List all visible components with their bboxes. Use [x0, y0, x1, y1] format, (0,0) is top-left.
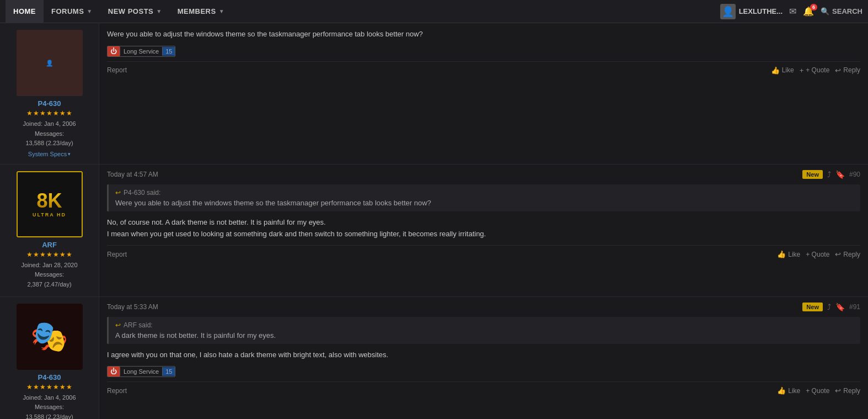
- search-icon: 🔍: [821, 7, 829, 15]
- post-timestamp: Today at 4:57 AM: [107, 171, 158, 178]
- avatar: 8K ULTRA HD: [17, 171, 83, 237]
- username[interactable]: ARF: [42, 241, 57, 249]
- post-number: #90: [849, 171, 860, 178]
- avatar-8k-text: 8K: [36, 191, 62, 211]
- post-header: Today at 4:57 AM New ⤴ 🔖 #90: [107, 170, 860, 179]
- user-stars: ★★★★★★★: [26, 251, 73, 258]
- share-icon[interactable]: ⤴: [827, 303, 831, 311]
- user-messages: Messages: 13,588 (2.23/day): [25, 129, 73, 148]
- nav-right-section: 👤 LEXLUTHE... ✉ 🔔 6 🔍 SEARCH: [720, 4, 862, 19]
- table-row: 8K ULTRA HD ARF ★★★★★★★ Joined: Jan 28, …: [0, 165, 868, 297]
- reply-button[interactable]: ↩ Reply: [835, 66, 860, 75]
- post-header-icons: ⤴ 🔖: [827, 303, 845, 311]
- user-menu[interactable]: 👤 LEXLUTHE...: [720, 4, 783, 19]
- table-row: 👤 P4-630 ★★★★★★★ Joined: Jan 4, 2006 Mes…: [0, 23, 868, 165]
- reply-icon: ↩: [835, 386, 841, 395]
- long-service-badge: ⏻ Long Service 15: [107, 366, 175, 377]
- new-badge: New: [802, 170, 823, 179]
- post-footer-actions: 👍 Like + Quote ↩ Reply: [777, 386, 860, 395]
- post-text: Were you able to adjust the windows them…: [107, 29, 860, 40]
- new-posts-arrow-icon: ▼: [156, 8, 162, 14]
- badge-row: ⏻ Long Service 15: [107, 366, 860, 377]
- badge-number: 15: [162, 367, 175, 376]
- avatar-8k-sub: ULTRA HD: [33, 212, 66, 218]
- quote-button[interactable]: + Quote: [806, 386, 829, 395]
- notification-count: 6: [810, 4, 817, 10]
- reply-icon: ↩: [835, 66, 841, 75]
- bookmark-icon[interactable]: 🔖: [835, 170, 845, 179]
- reply-icon: ↩: [835, 250, 841, 258]
- avatar: 🎭: [17, 304, 83, 370]
- user-joined: Joined: Jan 28, 2020: [21, 261, 77, 271]
- top-navigation: HOME FORUMS ▼ NEW POSTS ▼ MEMBERS ▼ 👤 LE…: [0, 0, 868, 23]
- like-button[interactable]: 👍 Like: [771, 66, 794, 75]
- post-footer-actions: 👍 Like + Quote ↩ Reply: [777, 250, 860, 258]
- new-badge: New: [802, 303, 823, 311]
- badge-row: ⏻ Long Service 15: [107, 46, 860, 57]
- reply-button[interactable]: ↩ Reply: [835, 386, 860, 395]
- bookmark-icon[interactable]: 🔖: [835, 303, 845, 311]
- post-header: Today at 5:33 AM New ⤴ 🔖 #91: [107, 303, 860, 311]
- quote-author: ARF said:: [124, 321, 153, 329]
- post-sidebar: 8K ULTRA HD ARF ★★★★★★★ Joined: Jan 28, …: [0, 165, 99, 296]
- quote-header: ↩ P4-630 said:: [115, 189, 854, 197]
- like-button[interactable]: 👍 Like: [777, 250, 800, 258]
- post-header-right: New ⤴ 🔖 #91: [802, 303, 860, 311]
- nav-new-posts[interactable]: NEW POSTS ▼: [100, 0, 170, 23]
- quote-button[interactable]: + Quote: [806, 250, 829, 258]
- quote-text: Were you able to adjust the windows them…: [115, 199, 854, 207]
- user-messages: Messages: 13,588 (2.23/day): [25, 402, 73, 419]
- report-link[interactable]: Report: [107, 251, 127, 258]
- like-button[interactable]: 👍 Like: [777, 386, 800, 395]
- nav-forums[interactable]: FORUMS ▼: [44, 0, 100, 23]
- user-joined: Joined: Jan 4, 2006: [23, 393, 76, 403]
- quote-block: ↩ P4-630 said: Were you able to adjust t…: [107, 184, 860, 211]
- reply-button[interactable]: ↩ Reply: [835, 250, 860, 258]
- user-avatar: 👤: [720, 4, 736, 19]
- username[interactable]: P4-630: [38, 373, 61, 381]
- user-joined: Joined: Jan 4, 2006: [23, 119, 76, 129]
- quote-arrow-icon: ↩: [115, 321, 121, 329]
- quote-block: ↩ ARF said: A dark theme is not better. …: [107, 317, 860, 344]
- like-icon: 👍: [771, 66, 780, 75]
- username[interactable]: P4-630: [38, 99, 61, 108]
- notifications-bell[interactable]: 🔔 6: [803, 6, 814, 17]
- post-sidebar: 🎭 P4-630 ★★★★★★★ Joined: Jan 4, 2006 Mes…: [0, 297, 99, 419]
- badge-number: 15: [162, 47, 175, 56]
- system-specs-link[interactable]: System Specs ▾: [28, 151, 71, 157]
- like-icon: 👍: [777, 250, 786, 258]
- post-header-right: New ⤴ 🔖 #90: [802, 170, 860, 179]
- quote-text: A dark theme is not better. It is painfu…: [115, 331, 854, 340]
- post-timestamp: Today at 5:33 AM: [107, 303, 158, 311]
- mail-icon[interactable]: ✉: [789, 6, 796, 17]
- post-text: I agree with you on that one, I also hat…: [107, 349, 860, 361]
- nav-members[interactable]: MEMBERS ▼: [170, 0, 232, 23]
- post-footer: Report 👍 Like + Quote ↩ Reply: [107, 245, 860, 258]
- badge-power-icon: ⏻: [108, 367, 120, 376]
- table-row: 🎭 P4-630 ★★★★★★★ Joined: Jan 4, 2006 Mes…: [0, 297, 868, 419]
- report-link[interactable]: Report: [107, 66, 127, 74]
- members-arrow-icon: ▼: [219, 8, 224, 14]
- system-specs-arrow-icon: ▾: [68, 151, 71, 157]
- long-service-badge: ⏻ Long Service 15: [107, 46, 175, 57]
- share-icon[interactable]: ⤴: [827, 170, 831, 179]
- quote-header: ↩ ARF said:: [115, 321, 854, 329]
- post-footer: Report 👍 Like + Quote ↩ Reply: [107, 381, 860, 395]
- post-footer: Report 👍 Like + + Quote ↩ Reply: [107, 61, 860, 75]
- quote-button[interactable]: + + Quote: [800, 66, 830, 75]
- report-link[interactable]: Report: [107, 387, 127, 395]
- quote-author: P4-630 said:: [124, 189, 160, 197]
- post-sidebar: 👤 P4-630 ★★★★★★★ Joined: Jan 4, 2006 Mes…: [0, 23, 99, 164]
- post-header-icons: ⤴ 🔖: [827, 170, 845, 179]
- main-content: 👤 P4-630 ★★★★★★★ Joined: Jan 4, 2006 Mes…: [0, 23, 868, 419]
- post-text: No, of course not. A dark theme is not b…: [107, 217, 860, 240]
- post-body: Today at 4:57 AM New ⤴ 🔖 #90 ↩ P4-630 sa…: [99, 165, 868, 296]
- user-stars: ★★★★★★★: [26, 109, 73, 117]
- post-body: Today at 5:33 AM New ⤴ 🔖 #91 ↩ ARF said:…: [99, 297, 868, 419]
- badge-label-text: Long Service: [120, 367, 162, 376]
- user-stars: ★★★★★★★: [26, 383, 73, 391]
- avatar-image: 🎭: [17, 304, 83, 370]
- nav-home[interactable]: HOME: [6, 0, 44, 23]
- search-button[interactable]: 🔍 SEARCH: [821, 7, 862, 15]
- username-label: LEXLUTHE...: [739, 7, 783, 15]
